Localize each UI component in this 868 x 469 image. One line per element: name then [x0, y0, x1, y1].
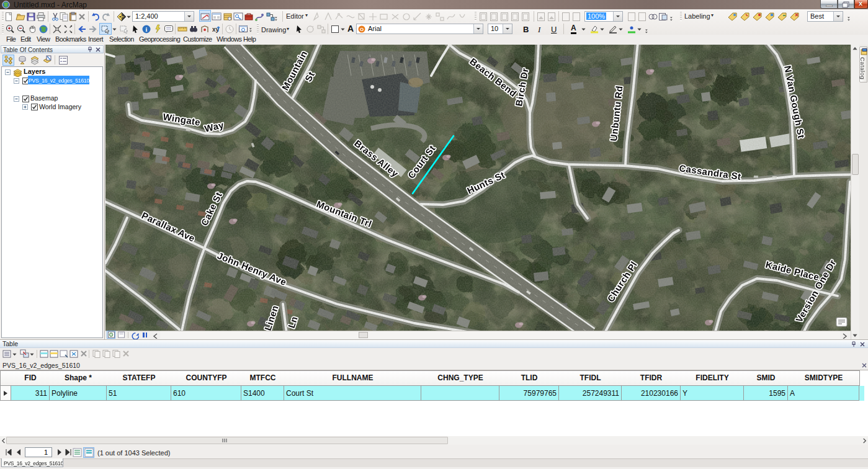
svg-text:i: i: [146, 26, 148, 33]
svg-text:O: O: [360, 27, 364, 32]
